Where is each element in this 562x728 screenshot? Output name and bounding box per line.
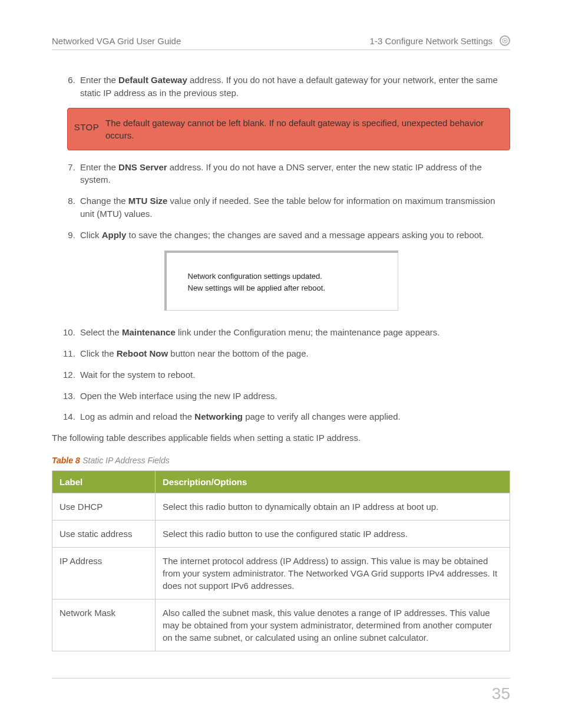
bold-term: Apply	[102, 230, 127, 240]
page-footer: 35	[52, 678, 510, 703]
cell-desc: Select this radio button to dynamically …	[156, 493, 510, 520]
text-run: Open the Web interface using the new IP …	[80, 391, 277, 401]
brand-icon	[500, 35, 510, 46]
header-left: Networked VGA Grid User Guide	[52, 36, 181, 46]
text-run: to save the changes; the changes are sav…	[126, 230, 484, 240]
stop-callout: STOP The default gateway cannot be left …	[67, 108, 510, 150]
document-page: Networked VGA Grid User Guide 1-3 Config…	[0, 0, 562, 728]
cell-desc: The internet protocol address (IP Addres…	[156, 547, 510, 599]
fields-table: Label Description/Options Use DHCPSelect…	[52, 470, 510, 651]
table-caption: Table 8 Static IP Address Fields	[52, 455, 510, 466]
callout-text: The default gateway cannot be left blank…	[105, 117, 500, 141]
table-row: IP AddressThe internet protocol address …	[52, 547, 510, 599]
th-label: Label	[52, 470, 156, 493]
cell-label: Use static address	[52, 520, 156, 547]
step-11: Click the Reboot Now button near the bot…	[78, 347, 510, 360]
message-box-wrap: Network configuration settings updated. …	[52, 251, 510, 311]
cell-label: IP Address	[52, 547, 156, 599]
fields-tbody: Use DHCPSelect this radio button to dyna…	[52, 493, 510, 651]
text-run: Select the	[80, 327, 122, 337]
text-run: Click	[80, 230, 102, 240]
step-8: Change the MTU Size value only if needed…	[78, 195, 510, 220]
table-row: Use static addressSelect this radio butt…	[52, 520, 510, 547]
bold-term: Networking	[194, 411, 243, 421]
page-number: 35	[492, 684, 510, 703]
step-9: Click Apply to save the changes; the cha…	[78, 229, 510, 242]
table-row: Network MaskAlso called the subnet mask,…	[52, 599, 510, 651]
steps-list-part3: Select the Maintenance link under the Co…	[52, 326, 510, 423]
text-run: Enter the	[80, 162, 118, 172]
step-10: Select the Maintenance link under the Co…	[78, 326, 510, 339]
table-title: Static IP Address Fields	[82, 456, 170, 465]
cell-desc: Select this radio button to use the conf…	[156, 520, 510, 547]
text-run: Wait for the system to reboot.	[80, 370, 195, 380]
msg-line2: New settings will be applied after reboo…	[188, 282, 376, 294]
step-6: Enter the Default Gateway address. If yo…	[78, 74, 510, 100]
table-row: Use DHCPSelect this radio button to dyna…	[52, 493, 510, 520]
text-run: Enter the	[80, 75, 118, 85]
table-intro: The following table describes applicable…	[52, 431, 510, 444]
text-run: Change the	[80, 196, 128, 206]
header-right: 1-3 Configure Network Settings	[370, 36, 492, 46]
stop-icon: STOP	[76, 117, 97, 138]
bold-term: Default Gateway	[118, 75, 187, 85]
bold-term: Maintenance	[122, 327, 176, 337]
steps-list-part2: Enter the DNS Server address. If you do …	[52, 161, 510, 242]
table-number: Table 8	[52, 456, 80, 465]
text-run: Click the	[80, 348, 117, 358]
text-run: page to verify all changes were applied.	[243, 411, 401, 421]
message-box: Network configuration settings updated. …	[164, 251, 398, 311]
cell-desc: Also called the subnet mask, this value …	[156, 599, 510, 651]
th-desc: Description/Options	[156, 470, 510, 493]
step-7: Enter the DNS Server address. If you do …	[78, 161, 510, 187]
msg-line1: Network configuration settings updated.	[188, 271, 376, 282]
step-14: Log as admin and reload the Networking p…	[78, 410, 510, 423]
cell-label: Use DHCP	[52, 493, 156, 520]
cell-label: Network Mask	[52, 599, 156, 651]
bold-term: Reboot Now	[117, 348, 168, 358]
page-header: Networked VGA Grid User Guide 1-3 Config…	[52, 35, 510, 50]
text-run: link under the Configuration menu; the m…	[176, 327, 440, 337]
steps-list-part1: Enter the Default Gateway address. If yo…	[52, 74, 510, 100]
step-12: Wait for the system to reboot.	[78, 368, 510, 381]
bold-term: MTU Size	[128, 196, 168, 206]
text-run: Log as admin and reload the	[80, 411, 194, 421]
text-run: button near the bottom of the page.	[168, 348, 309, 358]
step-13: Open the Web interface using the new IP …	[78, 390, 510, 403]
svg-point-1	[504, 40, 506, 42]
bold-term: DNS Server	[118, 162, 167, 172]
stop-badge-text: STOP	[74, 121, 100, 133]
